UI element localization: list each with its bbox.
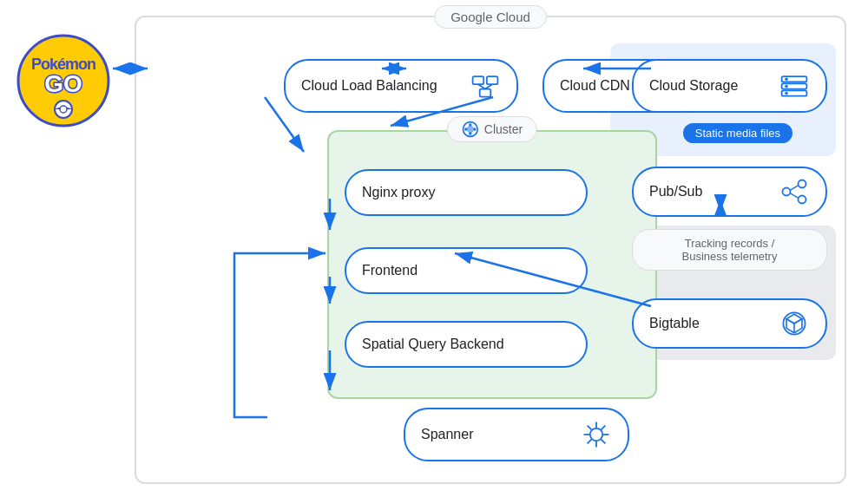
spatial-query-backend-box: Spatial Query Backend [345, 321, 588, 368]
svg-line-34 [601, 439, 605, 443]
nginx-label: Nginx proxy [362, 185, 435, 200]
svg-point-8 [469, 132, 471, 134]
bigtable-icon [779, 308, 810, 339]
nginx-box: Nginx proxy [345, 169, 588, 216]
google-cloud-label: Google Cloud [434, 5, 547, 29]
bigtable-label: Bigtable [649, 316, 700, 331]
cloud-cdn-label: Cloud CDN [560, 78, 630, 94]
svg-line-44 [786, 319, 794, 324]
cluster-label: Cluster [447, 116, 537, 142]
cloud-load-balancing-icon [470, 70, 501, 101]
svg-point-27 [785, 92, 788, 95]
svg-point-25 [785, 78, 788, 82]
frontend-label: Frontend [362, 263, 418, 278]
pubsub-icon [779, 176, 810, 207]
svg-text:GO: GO [44, 70, 82, 97]
svg-line-35 [601, 426, 605, 430]
frontend-box: Frontend [345, 247, 588, 294]
svg-point-39 [799, 196, 806, 204]
svg-rect-13 [480, 89, 491, 97]
pubsub-label: Pub/Sub [649, 184, 702, 199]
svg-point-37 [783, 188, 791, 196]
cluster-icon [462, 121, 479, 138]
svg-point-38 [799, 180, 806, 188]
svg-point-10 [473, 128, 476, 130]
svg-line-45 [794, 319, 802, 324]
tracking-records-label: Tracking records / Business telemetry [632, 229, 827, 271]
svg-point-26 [785, 85, 788, 88]
svg-line-40 [791, 186, 799, 190]
spanner-box: Spanner [404, 408, 629, 461]
svg-rect-12 [487, 76, 498, 84]
svg-point-9 [464, 128, 467, 130]
svg-line-36 [588, 439, 592, 443]
svg-point-4 [60, 106, 67, 113]
svg-line-41 [791, 193, 799, 198]
svg-point-7 [469, 123, 471, 126]
cloud-load-balancing-box: Cloud Load Balancing [284, 59, 518, 113]
svg-point-6 [467, 126, 474, 133]
svg-line-33 [588, 426, 592, 430]
static-media-badge: Static media files [683, 123, 792, 143]
diagram-container: Pokémon GO Google Cloud [0, 0, 868, 497]
cloud-load-balancing-label: Cloud Load Balancing [301, 78, 437, 94]
spanner-label: Spanner [421, 427, 474, 442]
svg-point-28 [590, 428, 602, 441]
google-cloud-boundary: Google Cloud Cluster Cloud Lo [135, 16, 846, 484]
spatial-query-backend-label: Spatial Query Backend [362, 337, 504, 352]
cloud-storage-icon [779, 70, 810, 101]
cloud-storage-box: Cloud Storage [632, 59, 827, 113]
spanner-icon [581, 419, 612, 450]
cloud-storage-label: Cloud Storage [649, 78, 738, 94]
svg-rect-11 [473, 76, 484, 84]
pokemon-logo: Pokémon GO [16, 33, 111, 128]
pubsub-box: Pub/Sub [632, 167, 827, 217]
bigtable-box: Bigtable [632, 298, 827, 349]
